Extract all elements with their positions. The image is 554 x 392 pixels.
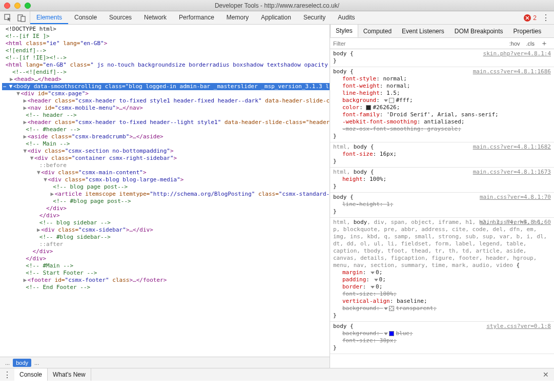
- rule-source-link[interactable]: main.css?ver=4.8.1:1673: [473, 169, 551, 176]
- css-rule[interactable]: main.css?ver=4.8.1:1673html, body {heigh…: [330, 168, 554, 193]
- panel-tab-network[interactable]: Network: [138, 11, 173, 24]
- css-property[interactable]: background: blue;: [333, 330, 551, 337]
- panel-tab-security[interactable]: Security: [297, 11, 332, 24]
- dom-tree[interactable]: <!DOCTYPE html> <!--[if IE ]> <html clas…: [0, 25, 330, 357]
- css-rule[interactable]: main.css?ver=4.8.1:60html, body, div, sp…: [330, 218, 554, 322]
- selected-node[interactable]: ⋯▼<body data-smoothscrolling class="blog…: [2, 83, 330, 90]
- styles-tab-event-listeners[interactable]: Event Listeners: [397, 25, 449, 37]
- error-badge-icon[interactable]: [524, 14, 531, 22]
- css-property[interactable]: vertical-align: baseline;: [333, 298, 551, 305]
- breadcrumb-item[interactable]: ...: [2, 359, 13, 367]
- css-property[interactable]: margin: 0;: [333, 269, 551, 276]
- window-title: Developer Tools - http://www.rareselect.…: [0, 2, 554, 9]
- rule-source-link[interactable]: main.css?ver=4.8.1:1686: [473, 68, 551, 75]
- drawer-close-icon[interactable]: ✕: [538, 370, 554, 379]
- panel-tab-sources[interactable]: Sources: [103, 11, 138, 24]
- css-property[interactable]: -webkit-font-smoothing: antialiased;: [333, 118, 551, 126]
- comment: <!--[if IE ]>: [6, 33, 50, 39]
- expand-caret-icon[interactable]: ▶: [9, 76, 14, 83]
- css-property[interactable]: padding: 0;: [333, 276, 551, 283]
- doctype: <!DOCTYPE html>: [6, 26, 56, 32]
- panel-tab-application[interactable]: Application: [255, 11, 297, 24]
- css-rule[interactable]: skin.php?ver=4.8.1:4body {}: [330, 49, 554, 67]
- pseudo-after: ::after: [39, 241, 63, 247]
- css-rule[interactable]: main.css?ver=4.8.1:70body {line-height: …: [330, 193, 554, 218]
- css-property[interactable]: line-height: 1.5;: [333, 90, 551, 97]
- rule-source-link[interactable]: main.css?ver=4.8.1:1682: [473, 143, 551, 151]
- css-property[interactable]: font-size: 100%;: [333, 291, 551, 298]
- css-rule[interactable]: main.css?ver=4.8.1:1686body {font-style:…: [330, 67, 554, 142]
- devtools-toolbar: ElementsConsoleSourcesNetworkPerformance…: [0, 11, 554, 25]
- css-property[interactable]: font-weight: normal;: [333, 82, 551, 90]
- css-property[interactable]: background: transparent;: [333, 305, 551, 312]
- breadcrumb-item[interactable]: ...: [31, 359, 42, 367]
- styles-tab-dom-breakpoints[interactable]: DOM Breakpoints: [449, 25, 508, 37]
- drawer-tab-console[interactable]: Console: [14, 368, 48, 381]
- styles-panel: StylesComputedEvent ListenersDOM Breakpo…: [330, 25, 554, 368]
- cls-toggle[interactable]: .cls: [523, 40, 538, 47]
- styles-filter-input[interactable]: [333, 40, 506, 47]
- new-rule-button[interactable]: ＋: [538, 39, 551, 48]
- styles-filter-row: :hov .cls ＋: [330, 38, 554, 49]
- drawer: ⋮ ConsoleWhat's New ✕: [0, 368, 554, 381]
- window-titlebar: Developer Tools - http://www.rareselect.…: [0, 0, 554, 11]
- expand-caret-icon[interactable]: ▶: [23, 133, 28, 140]
- rule-source-link[interactable]: style.css?ver=0.1:8: [486, 323, 551, 330]
- rule-source-link[interactable]: main.css?ver=4.8.1:60: [480, 219, 551, 226]
- css-property[interactable]: -moz-osx-font-smoothing: grayscale;: [333, 126, 551, 133]
- expand-caret-icon[interactable]: ▼: [16, 90, 21, 97]
- styles-tab-computed[interactable]: Computed: [358, 25, 397, 37]
- css-property[interactable]: border: 0;: [333, 283, 551, 291]
- css-property[interactable]: height: 100%;: [333, 176, 551, 183]
- panel-tabs: ElementsConsoleSourcesNetworkPerformance…: [30, 11, 520, 24]
- expand-caret-icon[interactable]: ▶: [36, 226, 41, 234]
- panel-tab-memory[interactable]: Memory: [220, 11, 255, 24]
- rule-source-link[interactable]: skin.php?ver=4.8.1:4: [483, 50, 551, 57]
- expand-caret-icon[interactable]: ▶: [23, 105, 28, 112]
- css-property[interactable]: color: #262626;: [333, 104, 551, 111]
- elements-panel: <!DOCTYPE html> <!--[if IE ]> <html clas…: [0, 25, 330, 368]
- styles-tab-styles[interactable]: Styles: [330, 25, 358, 37]
- css-property[interactable]: background: #fff;: [333, 97, 551, 104]
- pseudo-before: ::before: [39, 162, 67, 169]
- drawer-tab-what-s-new[interactable]: What's New: [48, 368, 91, 381]
- css-rule[interactable]: main.css?ver=4.8.1:1682html, body {font-…: [330, 142, 554, 168]
- expand-caret-icon[interactable]: ▼: [36, 169, 41, 176]
- styles-tab-properties[interactable]: Properties: [508, 25, 546, 37]
- css-property[interactable]: font-style: normal;: [333, 75, 551, 82]
- panel-tab-console[interactable]: Console: [68, 11, 103, 24]
- panel-tab-elements[interactable]: Elements: [30, 11, 68, 24]
- expand-caret-icon[interactable]: ▶: [23, 277, 28, 284]
- panel-tab-performance[interactable]: Performance: [173, 11, 220, 24]
- device-toolbar-icon[interactable]: [17, 14, 26, 22]
- kebab-menu-icon[interactable]: ⋮: [542, 13, 550, 23]
- css-rules-list[interactable]: skin.php?ver=4.8.1:4body {}main.css?ver=…: [330, 49, 554, 368]
- styles-subtabs: StylesComputedEvent ListenersDOM Breakpo…: [330, 25, 554, 38]
- rule-source-link[interactable]: main.css?ver=4.8.1:70: [480, 194, 551, 201]
- css-property[interactable]: font-family: 'Droid Serif', Arial, sans-…: [333, 111, 551, 118]
- expand-caret-icon[interactable]: ▶: [23, 119, 28, 126]
- expand-caret-icon[interactable]: ▼: [43, 176, 48, 183]
- css-property[interactable]: font-size: 30px;: [333, 337, 551, 344]
- panel-tab-audits[interactable]: Audits: [332, 11, 361, 24]
- breadcrumb-item[interactable]: body: [13, 359, 31, 367]
- drawer-menu-icon[interactable]: ⋮: [0, 370, 14, 380]
- main-split: <!DOCTYPE html> <!--[if IE ]> <html clas…: [0, 25, 554, 368]
- css-rule[interactable]: style.css?ver=0.1:8body {background: blu…: [330, 322, 554, 354]
- hov-toggle[interactable]: :hov: [506, 40, 523, 47]
- css-property[interactable]: line-height: 1;: [333, 201, 551, 208]
- svg-rect-2: [21, 16, 25, 22]
- expand-caret-icon[interactable]: ▶: [23, 97, 28, 105]
- expand-caret-icon[interactable]: ▼: [29, 155, 34, 162]
- css-property[interactable]: font-size: 16px;: [333, 151, 551, 158]
- dom-breadcrumb: ...body...: [0, 357, 330, 368]
- expand-caret-icon[interactable]: ▶: [50, 191, 55, 198]
- error-count[interactable]: 2: [533, 14, 537, 22]
- expand-caret-icon[interactable]: ▼: [23, 148, 28, 155]
- inspect-element-icon[interactable]: [4, 14, 12, 22]
